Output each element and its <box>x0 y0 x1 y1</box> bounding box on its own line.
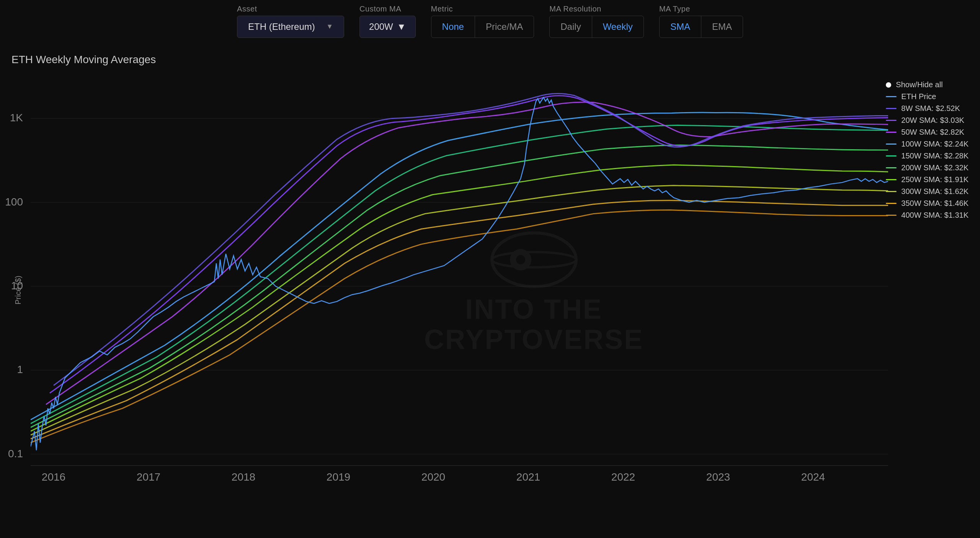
legend-item-300w-sma[interactable]: 300W SMA: $1.62K <box>886 187 969 196</box>
ma-type-toggle-group: SMA EMA <box>659 16 743 38</box>
svg-text:2017: 2017 <box>137 471 160 483</box>
asset-value: ETH (Ethereum) <box>248 21 315 32</box>
legend-label-100w: 100W SMA: $2.24K <box>901 140 969 148</box>
200w-sma-line-icon <box>886 167 897 168</box>
svg-text:100: 100 <box>5 196 23 208</box>
custom-ma-label: Custom MA <box>359 5 415 13</box>
chart-svg: 1K 100 10 1 0.1 2016 2017 2018 2019 2020… <box>0 42 980 538</box>
resolution-daily-btn[interactable]: Daily <box>550 16 592 37</box>
legend-label-50w: 50W SMA: $2.82K <box>901 128 964 137</box>
150w-sma-line-icon <box>886 155 897 157</box>
8w-sma-line-icon <box>886 108 897 109</box>
legend-label-20w: 20W SMA: $3.03K <box>901 116 964 125</box>
svg-text:1: 1 <box>17 364 23 375</box>
legend-item-150w-sma[interactable]: 150W SMA: $2.28K <box>886 152 969 160</box>
legend-item-20w-sma[interactable]: 20W SMA: $3.03K <box>886 116 969 125</box>
legend-label-150w: 150W SMA: $2.28K <box>901 152 969 160</box>
resolution-weekly-btn[interactable]: Weekly <box>592 16 644 37</box>
eth-price-line-icon <box>886 96 897 97</box>
metric-toggle-group: None Price/MA <box>431 16 534 38</box>
asset-dropdown[interactable]: ETH (Ethereum) ▼ <box>237 16 344 38</box>
legend-item-250w-sma[interactable]: 250W SMA: $1.91K <box>886 175 969 184</box>
legend-label-eth-price: ETH Price <box>901 92 936 101</box>
250w-sma-line-icon <box>886 179 897 180</box>
ma-resolution-control-group: MA Resolution Daily Weekly <box>549 5 644 38</box>
ma-type-sma-btn[interactable]: SMA <box>660 16 701 37</box>
custom-ma-control-group: Custom MA 200W ▼ <box>359 5 415 38</box>
legend-item-50w-sma[interactable]: 50W SMA: $2.82K <box>886 128 969 137</box>
legend-show-hide[interactable]: Show/Hide all <box>886 80 969 89</box>
asset-label: Asset <box>237 5 344 13</box>
legend-label-300w: 300W SMA: $1.62K <box>901 187 969 196</box>
ma-type-ema-btn[interactable]: EMA <box>701 16 743 37</box>
asset-control-group: Asset ETH (Ethereum) ▼ <box>237 5 344 38</box>
legend-label-350w: 350W SMA: $1.46K <box>901 199 969 208</box>
svg-text:2021: 2021 <box>516 471 540 483</box>
legend-item-8w-sma[interactable]: 8W SMA: $2.52K <box>886 104 969 113</box>
svg-text:2023: 2023 <box>706 471 730 483</box>
metric-none-btn[interactable]: None <box>431 16 475 37</box>
metric-control-group: Metric None Price/MA <box>431 5 534 38</box>
chart-container: ETH Weekly Moving Averages Price ($) INT… <box>0 42 980 538</box>
legend-item-400w-sma[interactable]: 400W SMA: $1.31K <box>886 211 969 220</box>
legend-label-200w: 200W SMA: $2.32K <box>901 163 969 172</box>
svg-text:2019: 2019 <box>327 471 350 483</box>
top-controls-bar: Asset ETH (Ethereum) ▼ Custom MA 200W ▼ … <box>0 0 980 42</box>
chevron-down-icon-ma: ▼ <box>397 21 406 32</box>
legend-item-350w-sma[interactable]: 350W SMA: $1.46K <box>886 199 969 208</box>
metric-price-ma-btn[interactable]: Price/MA <box>475 16 534 37</box>
ma-resolution-label: MA Resolution <box>549 5 644 13</box>
show-hide-label: Show/Hide all <box>896 80 942 89</box>
ma-resolution-toggle-group: Daily Weekly <box>549 16 644 38</box>
350w-sma-line-icon <box>886 203 897 204</box>
100w-sma-line-icon <box>886 143 897 145</box>
svg-text:1K: 1K <box>10 112 23 124</box>
svg-text:2020: 2020 <box>421 471 445 483</box>
ma-type-label: MA Type <box>659 5 743 13</box>
ma-type-control-group: MA Type SMA EMA <box>659 5 743 38</box>
svg-text:2022: 2022 <box>611 471 635 483</box>
legend-item-200w-sma[interactable]: 200W SMA: $2.32K <box>886 163 969 172</box>
legend-label-8w: 8W SMA: $2.52K <box>901 104 960 113</box>
50w-sma-line-icon <box>886 132 897 133</box>
custom-ma-dropdown[interactable]: 200W ▼ <box>359 16 415 38</box>
legend-item-100w-sma[interactable]: 100W SMA: $2.24K <box>886 140 969 148</box>
svg-text:0.1: 0.1 <box>8 448 23 460</box>
svg-text:2016: 2016 <box>42 471 65 483</box>
custom-ma-value: 200W <box>369 21 393 32</box>
show-hide-dot-icon <box>886 82 891 88</box>
legend-label-400w: 400W SMA: $1.31K <box>901 211 969 220</box>
20w-sma-line-icon <box>886 120 897 121</box>
legend-item-eth-price[interactable]: ETH Price <box>886 92 969 101</box>
chart-legend: Show/Hide all ETH Price 8W SMA: $2.52K 2… <box>886 80 969 220</box>
legend-label-250w: 250W SMA: $1.91K <box>901 175 969 184</box>
metric-label: Metric <box>431 5 534 13</box>
chart-svg-wrapper: 1K 100 10 1 0.1 2016 2017 2018 2019 2020… <box>0 42 980 538</box>
svg-text:2018: 2018 <box>232 471 255 483</box>
400w-sma-line-icon <box>886 215 897 216</box>
300w-sma-line-icon <box>886 191 897 192</box>
chevron-down-icon: ▼ <box>326 23 333 31</box>
svg-text:2024: 2024 <box>801 471 825 483</box>
chart-title: ETH Weekly Moving Averages <box>11 54 156 66</box>
svg-text:10: 10 <box>11 280 23 292</box>
